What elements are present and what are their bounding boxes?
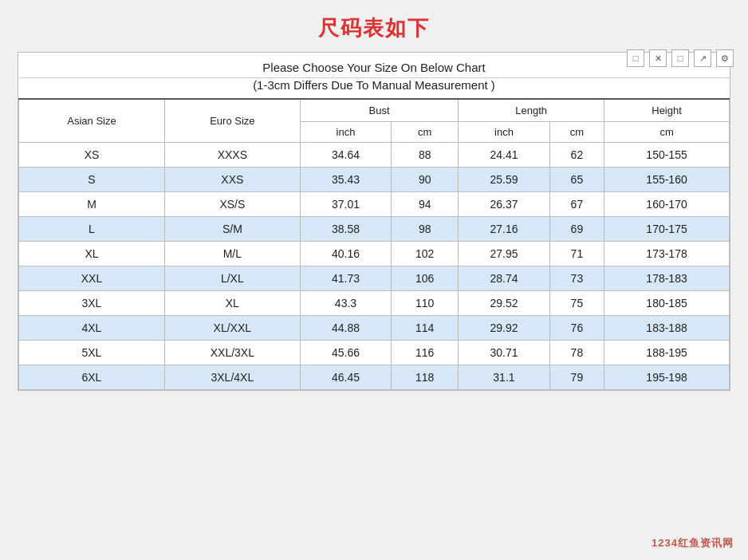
cell-len-cm: 75 — [549, 291, 604, 316]
cell-asian: 4XL — [19, 316, 165, 341]
table-row: SXXS35.439025.5965155-160 — [19, 168, 730, 192]
cell-len-inch: 25.59 — [459, 168, 549, 192]
col-length-cm: cm — [549, 122, 604, 143]
table-header-row-2: (1-3cm Differs Due To Manual Measurement… — [19, 78, 730, 100]
cell-height: 160-170 — [604, 192, 730, 217]
cell-bust-inch: 35.43 — [300, 168, 391, 192]
cell-euro: XXS — [164, 168, 300, 192]
watermark: 1234红鱼资讯网 — [652, 536, 734, 550]
cell-height: 180-185 — [604, 291, 730, 316]
table-sub-header: (1-3cm Differs Due To Manual Measurement… — [19, 78, 730, 100]
cell-len-inch: 24.41 — [459, 143, 549, 168]
table-row: XXLL/XL41.7310628.7473178-183 — [19, 266, 730, 291]
col-height-cm: cm — [604, 122, 730, 143]
col-euro-size: Euro Size — [164, 99, 300, 143]
cell-bust-inch: 46.45 — [300, 365, 391, 390]
table-col-headers: Asian Size Euro Size Bust Length Height — [19, 99, 730, 122]
cell-height: 155-160 — [604, 168, 730, 192]
col-height: Height — [604, 99, 730, 122]
cell-euro: XXXS — [164, 143, 300, 168]
cell-len-cm: 78 — [549, 341, 604, 365]
col-length-inch: inch — [459, 122, 549, 143]
page-title: 尺码表如下 — [0, 0, 748, 52]
cell-asian: 5XL — [19, 341, 165, 365]
cell-bust-cm: 98 — [392, 217, 459, 242]
cell-len-inch: 26.37 — [459, 192, 549, 217]
toolbar-btn-4[interactable]: ↗ — [694, 49, 711, 67]
cell-len-cm: 62 — [549, 143, 604, 168]
cell-bust-cm: 88 — [392, 143, 459, 168]
cell-euro: M/L — [164, 242, 300, 266]
cell-asian: XXL — [19, 266, 165, 291]
cell-bust-cm: 110 — [392, 291, 459, 316]
toolbar-btn-5[interactable]: ⚙ — [716, 49, 734, 67]
cell-len-cm: 69 — [549, 217, 604, 242]
cell-bust-cm: 90 — [392, 168, 459, 192]
cell-len-cm: 67 — [549, 192, 604, 217]
cell-asian: L — [19, 217, 165, 242]
cell-len-cm: 71 — [549, 242, 604, 266]
size-chart-table-wrapper: Please Choose Your Size On Below Chart (… — [18, 52, 730, 391]
table-body: XSXXXS34.648824.4162150-155SXXS35.439025… — [19, 143, 730, 390]
col-length: Length — [459, 99, 604, 122]
size-chart-table: Please Choose Your Size On Below Chart (… — [18, 53, 730, 390]
cell-bust-inch: 34.64 — [300, 143, 391, 168]
cell-len-inch: 29.52 — [459, 291, 549, 316]
table-row: 4XLXL/XXL44.8811429.9276183-188 — [19, 316, 730, 341]
cell-euro: XS/S — [164, 192, 300, 217]
cell-euro: S/M — [164, 217, 300, 242]
cell-euro: XXL/3XL — [164, 341, 300, 365]
toolbar-btn-2[interactable]: ✕ — [649, 49, 667, 67]
table-row: XSXXXS34.648824.4162150-155 — [19, 143, 730, 168]
table-main-header: Please Choose Your Size On Below Chart — [19, 53, 730, 78]
cell-euro: XL/XXL — [164, 316, 300, 341]
table-row: MXS/S37.019426.3767160-170 — [19, 192, 730, 217]
cell-height: 183-188 — [604, 316, 730, 341]
cell-len-cm: 73 — [549, 266, 604, 291]
cell-len-inch: 31.1 — [459, 365, 549, 390]
cell-bust-cm: 114 — [392, 316, 459, 341]
cell-height: 170-175 — [604, 217, 730, 242]
cell-asian: 3XL — [19, 291, 165, 316]
cell-height: 188-195 — [604, 341, 730, 365]
cell-bust-inch: 45.66 — [300, 341, 391, 365]
cell-bust-inch: 43.3 — [300, 291, 391, 316]
toolbar: □ ✕ □ ↗ ⚙ — [627, 49, 734, 67]
cell-asian: XL — [19, 242, 165, 266]
col-asian-size: Asian Size — [19, 99, 165, 143]
cell-bust-cm: 94 — [392, 192, 459, 217]
cell-asian: 6XL — [19, 365, 165, 390]
table-row: 5XLXXL/3XL45.6611630.7178188-195 — [19, 341, 730, 365]
cell-len-inch: 28.74 — [459, 266, 549, 291]
cell-euro: 3XL/4XL — [164, 365, 300, 390]
toolbar-btn-3[interactable]: □ — [671, 49, 689, 67]
cell-bust-cm: 116 — [392, 341, 459, 365]
cell-len-inch: 29.92 — [459, 316, 549, 341]
col-bust-inch: inch — [300, 122, 391, 143]
cell-bust-inch: 37.01 — [300, 192, 391, 217]
cell-len-inch: 27.16 — [459, 217, 549, 242]
toolbar-btn-1[interactable]: □ — [627, 49, 644, 67]
table-row: 6XL3XL/4XL46.4511831.179195-198 — [19, 365, 730, 390]
cell-bust-cm: 102 — [392, 242, 459, 266]
col-bust: Bust — [300, 99, 458, 122]
table-row: XLM/L40.1610227.9571173-178 — [19, 242, 730, 266]
cell-bust-inch: 40.16 — [300, 242, 391, 266]
cell-asian: XS — [19, 143, 165, 168]
table-row: LS/M38.589827.1669170-175 — [19, 217, 730, 242]
table-row: 3XLXL43.311029.5275180-185 — [19, 291, 730, 316]
cell-height: 195-198 — [604, 365, 730, 390]
cell-bust-cm: 106 — [392, 266, 459, 291]
cell-bust-inch: 44.88 — [300, 316, 391, 341]
cell-euro: L/XL — [164, 266, 300, 291]
cell-height: 178-183 — [604, 266, 730, 291]
cell-bust-inch: 38.58 — [300, 217, 391, 242]
cell-height: 150-155 — [604, 143, 730, 168]
cell-bust-inch: 41.73 — [300, 266, 391, 291]
cell-height: 173-178 — [604, 242, 730, 266]
cell-bust-cm: 118 — [392, 365, 459, 390]
cell-asian: M — [19, 192, 165, 217]
cell-len-inch: 27.95 — [459, 242, 549, 266]
cell-euro: XL — [164, 291, 300, 316]
col-bust-cm: cm — [392, 122, 459, 143]
